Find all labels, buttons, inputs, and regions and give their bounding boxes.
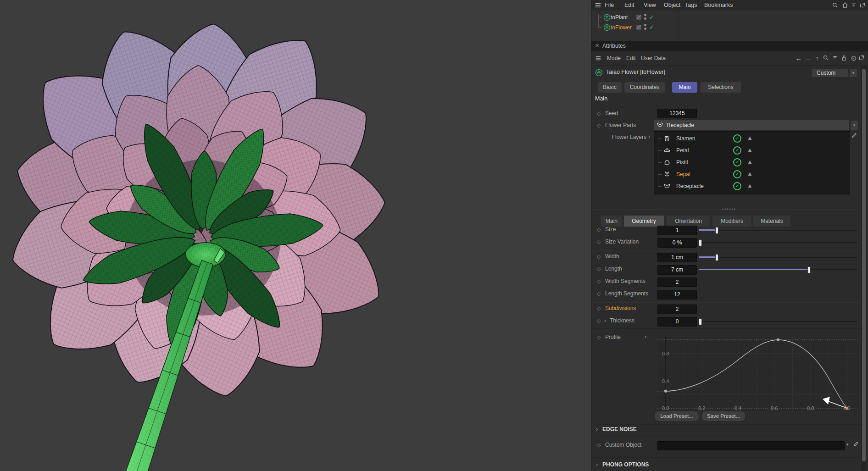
seed-input[interactable]: 12345 xyxy=(657,109,697,118)
slider-handle[interactable] xyxy=(715,227,718,234)
edge-noise-section-header[interactable]: EDGE NOISE xyxy=(602,426,637,432)
attributes-menu-user-data[interactable]: User Data xyxy=(641,51,666,65)
visibility-dots-icon[interactable] xyxy=(644,14,646,21)
visibility-dots-icon[interactable] xyxy=(644,24,646,31)
target-icon[interactable]: ⊙ xyxy=(850,55,857,62)
menu-tags[interactable]: Tags xyxy=(685,0,697,11)
subdivisions-input[interactable]: 2 xyxy=(657,305,697,314)
attributes-menu-edit[interactable]: Edit xyxy=(626,51,636,65)
layer-row-stamen[interactable]: Stamen✓▲ xyxy=(654,133,850,144)
phong-options-section-header[interactable]: PHONG OPTIONS xyxy=(602,461,649,468)
object-name[interactable]: toFlower xyxy=(611,22,632,33)
close-icon[interactable]: ✕ xyxy=(595,43,599,49)
object-name[interactable]: toPlant xyxy=(611,12,628,22)
flower-layers-list[interactable]: Stamen✓▲Petal✓▲Pistil✓▲Sepal✓▲Receptacle… xyxy=(654,131,850,194)
subtab-geometry[interactable]: Geometry xyxy=(624,216,664,227)
layer-row-petal[interactable]: Petal✓▲ xyxy=(654,144,850,156)
pencil-icon[interactable] xyxy=(851,132,857,139)
menu-icon[interactable] xyxy=(595,2,601,9)
resize-handle[interactable]: •••••• xyxy=(722,207,736,211)
layer-enabled-check-icon[interactable]: ✓ xyxy=(733,170,741,178)
layer-toggle-icon[interactable] xyxy=(636,15,641,20)
thickness-input[interactable]: 0 xyxy=(657,317,697,327)
layer-name[interactable]: Stamen xyxy=(676,133,695,144)
tab-coordinates[interactable]: Coordinates xyxy=(624,82,665,93)
menu-file[interactable]: File xyxy=(605,0,614,11)
profile-curve-editor[interactable]: 0.80.40.00.20.40.60.81.0 xyxy=(652,337,858,412)
width-slider[interactable] xyxy=(699,253,857,261)
object-manager[interactable]: toPlant✓toFlower✓ xyxy=(591,11,868,41)
slider-handle[interactable] xyxy=(715,254,718,261)
eyedropper-icon[interactable] xyxy=(853,441,859,447)
size-variation-input[interactable]: 0 % xyxy=(657,238,697,248)
layer-enabled-check-icon[interactable]: ✓ xyxy=(733,158,741,166)
search-icon[interactable] xyxy=(823,55,830,62)
length-input[interactable]: 7 cm xyxy=(657,265,697,275)
tab-basic[interactable]: Basic xyxy=(598,82,622,93)
viewport-3d[interactable] xyxy=(0,0,591,471)
chevron-right-icon[interactable]: › xyxy=(645,333,646,340)
filter-icon[interactable] xyxy=(832,55,839,62)
size-variation-slider[interactable] xyxy=(699,238,857,247)
subtab-orientation[interactable]: Orientation xyxy=(667,216,710,227)
save-preset-button[interactable]: Save Preset... xyxy=(701,411,746,421)
search-icon[interactable] xyxy=(832,2,838,8)
custom-object-field[interactable] xyxy=(657,441,845,450)
chevron-right-icon[interactable]: › xyxy=(596,426,598,432)
layer-triangle-icon[interactable]: ▲ xyxy=(747,170,753,177)
layer-enabled-check-icon[interactable]: ✓ xyxy=(733,134,741,143)
flower-parts-dropdown[interactable]: Receptacle xyxy=(654,120,849,130)
layer-enabled-check-icon[interactable]: ✓ xyxy=(733,146,741,155)
width-input[interactable]: 1 cm xyxy=(657,253,697,262)
up-arrow-icon[interactable]: ↑ xyxy=(813,55,821,62)
menu-view[interactable]: View xyxy=(644,0,656,11)
layer-triangle-icon[interactable]: ▲ xyxy=(747,134,753,141)
chevron-right-icon[interactable]: › xyxy=(596,461,598,468)
subtab-materials[interactable]: Materials xyxy=(753,216,790,227)
layer-name[interactable]: Sepal xyxy=(676,168,690,180)
subtab-modifiers[interactable]: Modifiers xyxy=(712,216,751,227)
length-slider[interactable] xyxy=(699,265,857,274)
layer-name[interactable]: Petal xyxy=(676,144,689,156)
slider-handle[interactable] xyxy=(699,318,702,325)
panel-scrollbar-thumb[interactable] xyxy=(862,69,866,461)
layer-name[interactable]: Pistil xyxy=(676,156,688,168)
subtab-main[interactable]: Main xyxy=(601,216,622,227)
slider-handle[interactable] xyxy=(699,239,702,246)
home-icon[interactable] xyxy=(842,2,848,8)
object-row-toFlower[interactable]: toFlower✓ xyxy=(591,22,679,33)
chevron-down-icon[interactable]: ▾ xyxy=(846,442,849,447)
preset-dropdown-caret[interactable]: ▾ xyxy=(849,68,857,78)
tab-main[interactable]: Main xyxy=(672,82,697,93)
size-input[interactable]: 1 xyxy=(657,226,697,235)
load-preset-button[interactable]: Load Preset... xyxy=(654,411,699,421)
layer-triangle-icon[interactable]: ▲ xyxy=(747,158,753,165)
size-slider[interactable] xyxy=(699,226,857,234)
length-segments-input[interactable]: 12 xyxy=(657,290,697,299)
layer-triangle-icon[interactable]: ▲ xyxy=(747,182,753,189)
layer-name[interactable]: Receptacle xyxy=(676,180,704,192)
object-row-toPlant[interactable]: toPlant✓ xyxy=(591,12,679,22)
width-segments-input[interactable]: 2 xyxy=(657,277,697,287)
chevron-right-icon[interactable]: › xyxy=(648,133,650,140)
popout-icon[interactable] xyxy=(858,55,866,62)
filter-icon[interactable] xyxy=(851,2,857,8)
layer-row-sepal[interactable]: Sepal✓▲ xyxy=(654,168,850,180)
preset-dropdown[interactable]: Custom xyxy=(812,68,848,78)
chevron-right-icon[interactable]: › xyxy=(604,317,606,324)
menu-icon[interactable] xyxy=(595,55,601,61)
slider-handle[interactable] xyxy=(807,266,811,273)
attributes-menu-mode[interactable]: Mode xyxy=(607,51,621,65)
thickness-slider[interactable] xyxy=(699,317,857,326)
menu-bookmarks[interactable]: Bookmarks xyxy=(704,0,733,11)
enabled-check-icon[interactable]: ✓ xyxy=(649,24,654,31)
enabled-check-icon[interactable]: ✓ xyxy=(649,14,654,21)
layer-row-pistil[interactable]: Pistil✓▲ xyxy=(654,156,850,168)
forward-arrow-icon[interactable]: → xyxy=(804,55,812,62)
back-arrow-icon[interactable]: ← xyxy=(795,55,802,62)
tab-selections[interactable]: Selections xyxy=(701,82,741,93)
menu-object[interactable]: Object xyxy=(664,0,680,11)
menu-edit[interactable]: Edit xyxy=(624,0,634,11)
layer-enabled-check-icon[interactable]: ✓ xyxy=(733,182,741,190)
layer-toggle-icon[interactable] xyxy=(636,25,641,30)
